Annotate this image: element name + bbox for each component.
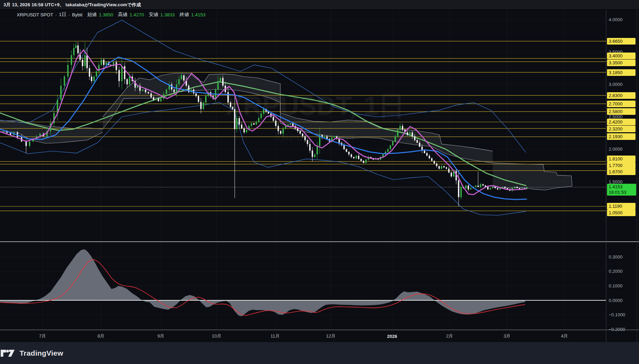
candle-body — [217, 81, 219, 89]
candle-body — [251, 123, 252, 126]
candle-body — [93, 77, 95, 81]
candle-body — [395, 136, 396, 142]
time-axis-label-8月[interactable]: 8月 — [98, 332, 104, 340]
candle-body — [480, 184, 481, 187]
candle-body — [275, 121, 276, 126]
candle-body — [195, 93, 197, 96]
candle-body — [468, 185, 469, 189]
candle-body — [178, 79, 180, 84]
candle-body — [326, 136, 328, 139]
ichimoku-cloud — [493, 163, 572, 190]
candle-body — [287, 125, 289, 126]
bar-countdown: 16:01:53 — [609, 190, 636, 195]
candle-body — [338, 139, 340, 143]
candle-body — [434, 161, 435, 163]
candle-body — [317, 146, 318, 154]
candle-body — [64, 77, 65, 86]
price-axis-label: 3.0000 — [607, 81, 636, 88]
candle-body — [126, 79, 128, 84]
price-pane[interactable]: XRPUSDT, 1日XRPUSDT SPOT — [0, 19, 606, 215]
time-axis-label-7月[interactable]: 7月 — [39, 332, 46, 340]
legend-close-label: 終値 — [180, 11, 189, 18]
candle-body — [334, 136, 335, 138]
candle-body — [124, 66, 125, 79]
legend-close-value: 1.4153 — [191, 12, 205, 17]
legend-open-label: 始値 — [87, 11, 97, 18]
tradingview-logo-icon[interactable] — [0, 349, 15, 358]
time-axis-label-10月[interactable]: 10月 — [212, 332, 221, 340]
candle-body — [203, 103, 204, 109]
candle-body — [458, 180, 459, 197]
candle-body — [460, 187, 462, 197]
candle-body — [230, 103, 231, 107]
candle-body — [409, 132, 411, 135]
candle-body — [416, 140, 418, 143]
time-axis-label-4月[interactable]: 4月 — [561, 332, 568, 340]
legend-sep2: · — [68, 12, 70, 17]
candle-body — [353, 157, 354, 158]
candle-body — [91, 77, 92, 81]
candle-body — [424, 151, 425, 153]
current-price-label: 1.4153 16:01:53 — [607, 184, 636, 196]
price-axis-label: 2.0000 — [607, 146, 636, 152]
time-axis-label-2026[interactable]: 2026 — [387, 332, 397, 340]
level-price-label: 3.6650 — [607, 38, 636, 45]
time-axis[interactable] — [0, 330, 606, 342]
legend-symbol[interactable]: XRPUSDT SPOT — [17, 12, 53, 17]
candle-body — [71, 55, 72, 65]
candle-body — [158, 98, 159, 101]
legend-sep1: · — [55, 12, 57, 17]
candle-body — [232, 107, 233, 109]
candle-body — [116, 62, 117, 70]
candle-body — [181, 75, 182, 79]
oscillator-pane[interactable] — [0, 249, 606, 329]
level-price-label: 1.0500 — [607, 209, 636, 216]
osc-axis-label: 0.1000 — [607, 283, 636, 289]
tradingview-brand-text[interactable]: TradingView — [20, 349, 63, 357]
legend-interval[interactable]: 1日 — [59, 11, 66, 18]
candle-body — [227, 92, 229, 103]
export-title-bar: 3月 13, 2026 16:58 UTC+9、 takatabaがTradin… — [0, 0, 639, 10]
candle-body — [60, 86, 62, 100]
candle-body — [443, 166, 445, 167]
candle-body — [309, 144, 311, 151]
candle-body — [121, 66, 123, 81]
time-axis-label-9月[interactable]: 9月 — [157, 332, 164, 340]
current-price-value: 1.4153 — [609, 184, 636, 190]
level-price-label: 1.1190 — [607, 203, 636, 209]
candle-body — [200, 102, 202, 109]
candle-body — [150, 93, 152, 97]
candle-body — [3, 131, 4, 132]
candle-body — [307, 140, 308, 144]
candle-body — [419, 143, 420, 147]
candle-body — [155, 98, 157, 100]
time-axis-label-2月[interactable]: 2月 — [446, 332, 453, 340]
time-axis-label-11月[interactable]: 11月 — [271, 332, 280, 340]
candle-body — [290, 123, 291, 125]
candle-body — [142, 89, 143, 91]
candle-body — [451, 173, 452, 176]
level-price-label: 2.1930 — [607, 133, 636, 140]
candle-body — [365, 160, 367, 163]
candle-body — [351, 155, 352, 157]
candle-body — [260, 113, 262, 118]
time-axis-label-12月[interactable]: 12月 — [326, 332, 335, 340]
candle-body — [465, 185, 467, 188]
candle-body — [390, 145, 391, 149]
legend-low-value: 1.3833 — [160, 12, 174, 17]
candle-body — [402, 126, 403, 130]
candle-body — [96, 71, 97, 77]
candle-body — [205, 96, 206, 103]
candle-body — [263, 109, 264, 113]
level-price-label: 3.3500 — [607, 60, 636, 66]
level-price-label: 3.1850 — [607, 69, 636, 76]
candle-body — [77, 46, 79, 53]
level-price-label: 1.6700 — [607, 168, 636, 175]
candle-body — [407, 132, 408, 135]
time-axis-label-3月[interactable]: 3月 — [504, 332, 511, 340]
symbol-legend[interactable]: XRPUSDT SPOT · 1日 · Bybit 始値 1.3850 高値 1… — [17, 11, 205, 18]
candle-body — [256, 122, 257, 125]
osc-axis-label: −0.2000 — [607, 326, 636, 333]
osc-axis-label: 0.0000 — [607, 297, 636, 304]
main-chart-canvas[interactable]: XRPUSDT, 1日XRPUSDT SPOT — [0, 0, 639, 364]
